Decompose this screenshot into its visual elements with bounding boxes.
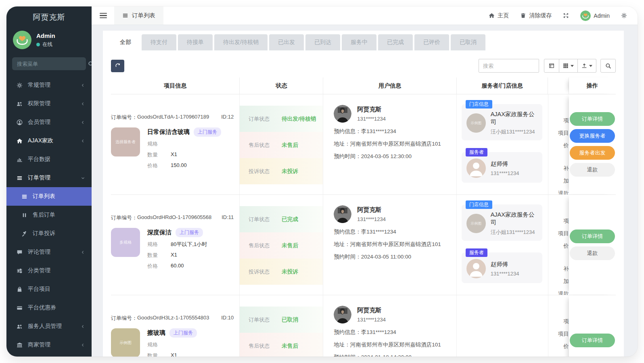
table-header-row: 项目信息 状态 用户信息 服务者/门店信息 操作 xyxy=(111,77,616,94)
export-button[interactable] xyxy=(578,59,596,73)
tab-all[interactable]: 全部 xyxy=(111,34,140,50)
sidebar-menu: 常规管理 权限管理 会员管理 AJAX家政 平台数据 xyxy=(6,76,92,357)
user-menu[interactable]: Admin xyxy=(580,10,610,21)
menu-toggle-icon[interactable] xyxy=(100,12,107,20)
product-title: 擦玻璃 xyxy=(147,329,165,337)
sidebar-item-permissions[interactable]: 权限管理 xyxy=(6,94,92,113)
store-contact: 汪小姐131****1234 xyxy=(491,229,537,236)
top-navbar: 订单列表 主页 清除缓存 Admin xyxy=(92,6,638,25)
users-icon xyxy=(15,323,23,330)
store-card: 门店信息 示例图 AJAX家政服务公司 汪小姐131****1234 xyxy=(462,104,542,140)
booking-time: 2024-03-05 11:00:00 xyxy=(361,254,411,260)
order-detail-button[interactable]: 订单详情 xyxy=(570,229,615,243)
sidebar-item-label: 订单列表 xyxy=(33,193,85,200)
sidebar-item-merchant-management[interactable]: 商家管理 xyxy=(6,336,92,354)
sidebar-item-aftersale-orders[interactable]: 售后订单 xyxy=(6,206,92,224)
credit-card-icon xyxy=(15,305,23,311)
sidebar-item-label: 分类管理 xyxy=(28,267,85,274)
sidebar-item-platform-data[interactable]: 平台数据 xyxy=(6,150,92,169)
comment-icon xyxy=(15,249,23,255)
clear-cache-button[interactable]: 清除缓存 xyxy=(520,12,552,19)
spec-value: 80平以下,1小时 xyxy=(171,241,207,248)
status-filter-tabs: 全部 待支付 待接单 待出发/待核销 已出发 已到达 服务中 已完成 已评价 已… xyxy=(111,34,616,50)
servicer-phone: 131****1234 xyxy=(491,271,519,277)
order-detail-button[interactable]: 订单详情 xyxy=(570,334,615,347)
tab-reviewed[interactable]: 已评价 xyxy=(414,34,449,50)
search-icon[interactable] xyxy=(88,61,92,67)
booking-time: 2024-03-05 12:30:00 xyxy=(361,153,412,159)
sidebar-item-platform-projects[interactable]: 平台项目 xyxy=(6,280,92,298)
sidebar-item-label: 订单管理 xyxy=(28,174,81,182)
tab-arrived[interactable]: 已到达 xyxy=(305,34,340,50)
toggle-view-button[interactable] xyxy=(544,59,559,73)
order-status-value: 已取消 xyxy=(282,316,298,323)
caret-down-icon xyxy=(571,65,574,67)
sidebar-item-platform-coupons[interactable]: 平台优惠券 xyxy=(6,298,92,317)
tab-departed[interactable]: 已出发 xyxy=(269,34,304,50)
tab-completed[interactable]: 已完成 xyxy=(378,34,413,50)
refund-button[interactable]: 退款 xyxy=(570,246,615,260)
sidebar-item-label: 平台数据 xyxy=(28,156,85,163)
customer-avatar xyxy=(334,306,351,323)
home-link[interactable]: 主页 xyxy=(489,12,509,19)
sidebar-item-general[interactable]: 常规管理 xyxy=(6,76,92,94)
order-number-line: 订单编号： GoodsOrdH3Lz-1-1705554803 ID:10 xyxy=(111,315,234,322)
sidebar-search-input[interactable] xyxy=(17,61,88,67)
fullscreen-button[interactable] xyxy=(563,13,569,19)
search-button[interactable] xyxy=(600,59,616,73)
nav-tab-order-list[interactable]: 订单列表 xyxy=(114,6,163,25)
settings-button[interactable] xyxy=(621,13,627,19)
header-store-info: 服务者/门店信息 xyxy=(457,77,548,94)
table-search-input[interactable] xyxy=(479,59,539,73)
chevron-down-icon xyxy=(81,176,85,180)
gavel-icon xyxy=(20,231,28,237)
address-value: 河南省郑州市中原区郑州嘉锦酒店101 xyxy=(350,241,441,247)
refund-button[interactable]: 退款 xyxy=(570,163,615,177)
sidebar-user-name: Admin xyxy=(36,32,55,39)
shopping-bag-icon xyxy=(15,286,23,292)
gears-icon xyxy=(15,82,23,88)
sidebar-user-panel: Admin 在线 xyxy=(6,27,92,55)
tab-cancelled[interactable]: 已取消 xyxy=(451,34,485,50)
refresh-button[interactable] xyxy=(111,60,124,72)
servicer-name: 赵师傅 xyxy=(491,261,519,268)
product-image-label: 选择服务者 xyxy=(115,139,136,145)
header-actions: 操作 xyxy=(569,77,616,94)
sidebar-item-label: 权限管理 xyxy=(28,100,81,107)
sidebar-item-order-list[interactable]: 订单列表 xyxy=(6,187,92,206)
store-thumb: 示例图 xyxy=(466,214,486,233)
tab-pending-accept[interactable]: 待接单 xyxy=(178,34,213,50)
price-value: 150.00 xyxy=(171,162,187,169)
change-servicer-button[interactable]: 更换服务者 xyxy=(570,129,615,143)
tab-pending-departure[interactable]: 待出发/待核销 xyxy=(214,34,268,50)
sidebar-item-order-management[interactable]: 订单管理 xyxy=(6,169,92,187)
customer-name: 阿贾克斯 xyxy=(357,205,386,214)
order-status-value: 已完成 xyxy=(282,216,298,223)
product-title: 日常保洁含玻璃 xyxy=(147,128,190,136)
tab-in-service[interactable]: 服务中 xyxy=(342,34,376,50)
columns-button[interactable] xyxy=(559,59,578,73)
sidebar-item-members[interactable]: 会员管理 xyxy=(6,113,92,131)
clipped-price-column: 项 项目 价 补 加 xyxy=(548,295,569,357)
app-window: 阿贾克斯 Admin 在线 常 xyxy=(6,6,638,357)
list-icon xyxy=(122,13,128,19)
sidebar-search[interactable] xyxy=(12,57,86,70)
brand-logo-icon xyxy=(13,31,31,49)
sidebar-item-ajax-housekeeping[interactable]: AJAX家政 xyxy=(6,131,92,150)
order-id: ID:10 xyxy=(221,315,234,322)
tab-pending-payment[interactable]: 待支付 xyxy=(142,34,176,50)
servicer-depart-button[interactable]: 服务者出发 xyxy=(570,146,615,160)
customer-phone: 131****1234 xyxy=(357,116,386,122)
customer-avatar xyxy=(334,105,351,123)
sidebar-item-label: 平台优惠券 xyxy=(28,304,85,311)
customer-name: 阿贾克斯 xyxy=(357,306,386,314)
orders-table: 项目信息 状态 用户信息 服务者/门店信息 操作 订单编号： GoodsOrdL… xyxy=(111,77,616,357)
list-icon xyxy=(15,175,23,181)
sidebar-item-label: 商家管理 xyxy=(28,341,81,348)
order-detail-button[interactable]: 订单详情 xyxy=(570,112,615,126)
sidebar-item-order-complaints[interactable]: 订单投诉 xyxy=(6,224,92,243)
sidebar-item-service-staff[interactable]: 服务人员管理 xyxy=(6,317,92,336)
sidebar-item-category-management[interactable]: 分类管理 xyxy=(6,261,92,280)
sidebar-item-comment-management[interactable]: 评论管理 xyxy=(6,243,92,261)
order-number-line: 订单编号： GoodsOrdHRdO-1-1709605568 ID:11 xyxy=(111,214,234,221)
